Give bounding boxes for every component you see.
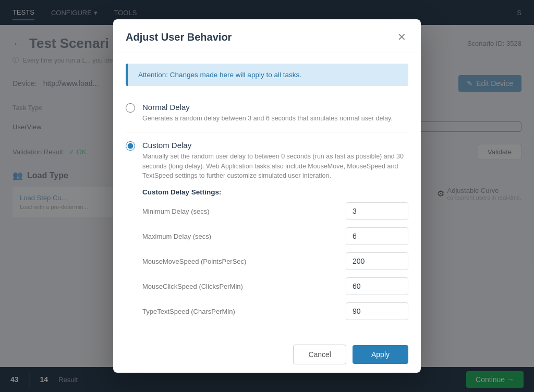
mouse-click-input[interactable] — [346, 277, 408, 295]
custom-delay-settings: Custom Delay Settings: Minimum Delay (se… — [142, 188, 408, 320]
normal-delay-option: Normal Delay Generates a random delay be… — [126, 94, 408, 132]
max-delay-row: Maximum Delay (secs) — [142, 227, 408, 245]
mouse-move-label: MouseMoveSpeed (PointsPerSec) — [142, 258, 246, 265]
mouse-click-row: MouseClickSpeed (ClicksPerMin) — [142, 277, 408, 295]
max-delay-input[interactable] — [346, 227, 408, 245]
type-text-input[interactable] — [346, 302, 408, 320]
cancel-button[interactable]: Cancel — [293, 345, 346, 364]
type-text-row: TypeTextSpeed (CharsPerMin) — [142, 302, 408, 320]
modal-header: Adjust User Behavior ✕ — [113, 19, 421, 53]
modal-close-button[interactable]: ✕ — [395, 30, 408, 44]
alert-banner: Attention: Changes made here will apply … — [126, 64, 408, 86]
min-delay-input[interactable] — [346, 202, 408, 220]
min-delay-row: Minimum Delay (secs) — [142, 202, 408, 220]
mouse-move-row: MouseMoveSpeed (PointsPerSec) — [142, 252, 408, 270]
modal-footer: Cancel Apply — [113, 336, 421, 373]
mouse-move-input[interactable] — [346, 252, 408, 270]
custom-settings-title: Custom Delay Settings: — [142, 188, 408, 196]
radio-options-section: Normal Delay Generates a random delay be… — [113, 94, 421, 336]
normal-delay-label: Normal Delay — [142, 103, 408, 112]
modal-title: Adjust User Behavior — [126, 31, 232, 43]
alert-text: Attention: Changes made here will apply … — [138, 71, 301, 79]
modal-body: Attention: Changes made here will apply … — [113, 53, 421, 336]
custom-delay-option: Custom Delay Manually set the random use… — [126, 132, 408, 336]
modal-overlay: Adjust User Behavior ✕ Attention: Change… — [0, 0, 534, 392]
custom-delay-radio[interactable] — [126, 141, 135, 151]
apply-button[interactable]: Apply — [353, 345, 408, 364]
normal-delay-desc: Generates a random delay between 3 and 6… — [142, 114, 408, 124]
type-text-label: TypeTextSpeed (CharsPerMin) — [142, 308, 235, 315]
max-delay-label: Maximum Delay (secs) — [142, 232, 211, 240]
min-delay-label: Minimum Delay (secs) — [142, 207, 210, 215]
normal-delay-content: Normal Delay Generates a random delay be… — [142, 103, 408, 124]
adjust-user-behavior-modal: Adjust User Behavior ✕ Attention: Change… — [113, 19, 421, 373]
custom-delay-desc: Manually set the random user delay to be… — [142, 152, 408, 181]
custom-delay-label: Custom Delay — [142, 141, 408, 150]
mouse-click-label: MouseClickSpeed (ClicksPerMin) — [142, 283, 243, 290]
normal-delay-radio[interactable] — [126, 103, 135, 113]
custom-delay-content: Custom Delay Manually set the random use… — [142, 141, 408, 327]
